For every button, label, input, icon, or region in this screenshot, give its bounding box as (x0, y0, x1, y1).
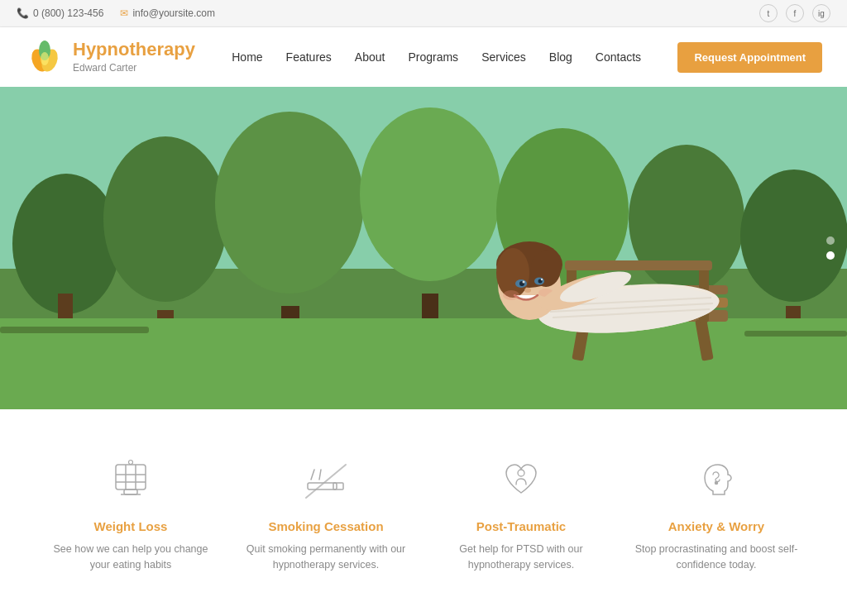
feature-anxiety: Anxiety & Worry Stop procrastinating and… (634, 455, 799, 574)
weight-loss-icon-wrap (106, 455, 156, 504)
svg-point-65 (715, 482, 718, 485)
svg-point-12 (360, 107, 500, 281)
social-links: t f ig (759, 4, 830, 22)
heart-person-icon (500, 458, 543, 501)
email-address: info@yoursite.com (132, 7, 215, 19)
brand-subtitle: Edward Carter (73, 62, 136, 74)
svg-rect-28 (565, 260, 712, 270)
feature-ptsd-desc: Get help for PTSD with our hypnotherapy … (438, 542, 604, 574)
brand-name: Hypnotherapy (73, 40, 195, 60)
svg-point-45 (503, 290, 519, 300)
facebook-icon[interactable]: f (786, 4, 804, 22)
email-item: ✉ info@yoursite.com (120, 7, 215, 19)
svg-point-8 (103, 136, 227, 302)
phone-number: 0 (800) 123-456 (33, 7, 103, 19)
feature-ptsd: Post-Traumatic Get help for PTSD with ou… (438, 455, 604, 574)
svg-rect-60 (333, 483, 343, 489)
feature-smoking-desc: Quit smoking permanently with our hypnot… (243, 542, 409, 574)
phone-item: 📞 0 (800) 123-456 (17, 7, 103, 19)
svg-point-3 (41, 52, 49, 65)
feature-smoking-title: Smoking Cessation (243, 519, 409, 533)
svg-point-10 (215, 112, 364, 294)
nav-services[interactable]: Services (481, 50, 526, 64)
scale-icon (109, 458, 152, 501)
cigarette-icon (304, 458, 347, 501)
main-nav: Home Features About Programs Services Bl… (232, 50, 641, 64)
smoking-icon-wrap (301, 455, 351, 504)
hero-section (0, 87, 847, 409)
svg-point-18 (740, 170, 847, 302)
feature-weight-loss: Weight Loss See how we can help you chan… (48, 455, 213, 574)
appointment-button[interactable]: Request Appointment (677, 42, 822, 73)
email-icon: ✉ (120, 7, 128, 19)
svg-line-62 (319, 470, 321, 480)
svg-point-42 (523, 281, 525, 284)
twitter-icon[interactable]: t (759, 4, 778, 22)
hero-dot-2[interactable] (826, 251, 835, 260)
svg-point-16 (629, 145, 744, 294)
svg-rect-49 (0, 327, 149, 333)
svg-point-64 (518, 470, 524, 476)
header: Hypnotherapy Edward Carter Home Features… (0, 27, 847, 87)
nav-features[interactable]: Features (286, 50, 332, 64)
feature-weight-loss-title: Weight Loss (48, 519, 213, 533)
logo-icon (25, 37, 65, 77)
hero-scene (0, 87, 847, 409)
anxiety-icon-wrap (691, 455, 741, 504)
head-icon (695, 458, 738, 501)
svg-line-63 (306, 465, 346, 498)
svg-rect-51 (116, 465, 146, 489)
nav-blog[interactable]: Blog (549, 50, 572, 64)
svg-point-6 (12, 174, 120, 314)
svg-line-61 (311, 470, 314, 480)
nav-contacts[interactable]: Contacts (596, 50, 641, 64)
topbar-contact: 📞 0 (800) 123-456 ✉ info@yoursite.com (17, 7, 215, 19)
svg-point-58 (129, 461, 133, 465)
logo[interactable]: Hypnotherapy Edward Carter (25, 37, 195, 77)
feature-weight-loss-desc: See how we can help you change your eati… (48, 542, 213, 574)
features-section: Weight Loss See how we can help you chan… (0, 409, 847, 607)
hero-dot-1[interactable] (826, 236, 835, 245)
svg-rect-56 (124, 489, 137, 494)
phone-icon: 📞 (17, 7, 29, 19)
feature-anxiety-desc: Stop procrastinating and boost self-conf… (634, 542, 799, 574)
hero-dots (826, 236, 835, 260)
feature-ptsd-title: Post-Traumatic (438, 519, 604, 533)
feature-anxiety-title: Anxiety & Worry (634, 519, 799, 533)
nav-home[interactable]: Home (232, 50, 262, 64)
svg-point-44 (524, 288, 531, 293)
svg-rect-50 (744, 331, 847, 337)
topbar: 📞 0 (800) 123-456 ✉ info@yoursite.com t … (0, 0, 847, 27)
feature-smoking: Smoking Cessation Quit smoking permanent… (243, 455, 409, 574)
nav-programs[interactable]: Programs (408, 50, 458, 64)
svg-point-43 (541, 279, 543, 280)
nav-about[interactable]: About (355, 50, 385, 64)
logo-text: Hypnotherapy Edward Carter (73, 40, 195, 74)
instagram-icon[interactable]: ig (812, 4, 830, 22)
ptsd-icon-wrap (496, 455, 546, 504)
